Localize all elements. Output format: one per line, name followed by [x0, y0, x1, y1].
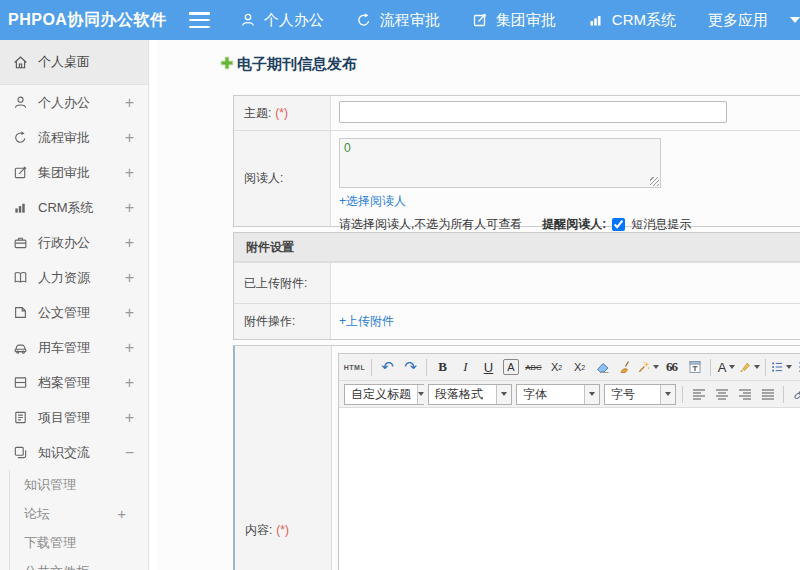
expand-mark[interactable]: +	[125, 199, 134, 217]
readers-cell: 0 +选择阅读人 请选择阅读人,不选为所有人可查看 提醒阅读人: 短消息提示	[331, 131, 800, 226]
expand-mark[interactable]: +	[125, 164, 134, 182]
chevron-down-icon	[790, 17, 800, 23]
nav-label: 个人办公	[264, 11, 324, 30]
sidebar-item-project-management[interactable]: 项目管理 +	[0, 400, 148, 435]
menu-icon[interactable]	[189, 12, 210, 28]
collapse-mark[interactable]: −	[125, 444, 134, 462]
sidebar-item-workflow-approval[interactable]: 流程审批 +	[0, 120, 148, 155]
custom-title-select[interactable]: 自定义标题	[344, 384, 424, 405]
sidebar-item-archive-management[interactable]: 档案管理 +	[0, 365, 148, 400]
expand-mark[interactable]: +	[125, 409, 134, 427]
open-book-icon	[13, 270, 28, 285]
paragraph-format-select[interactable]: 段落格式	[428, 384, 512, 405]
readers-textarea[interactable]: 0	[339, 138, 661, 188]
expand-mark[interactable]: +	[125, 269, 134, 287]
uploaded-attachments-label: 已上传附件:	[234, 263, 331, 303]
sidebar-item-knowledge-exchange[interactable]: 知识交流 −	[0, 435, 148, 470]
align-center-icon[interactable]	[711, 384, 732, 405]
superscript-button[interactable]: X2	[546, 357, 567, 378]
nav-personal-office[interactable]: 个人办公	[240, 11, 324, 30]
upload-attachment-link[interactable]: +上传附件	[339, 313, 394, 330]
sidebar-item-personal-desktop[interactable]: 个人桌面	[0, 40, 148, 85]
attachment-operation-row: 附件操作: +上传附件	[234, 303, 800, 339]
clean-format-broom-icon[interactable]	[615, 357, 636, 378]
align-right-icon[interactable]	[734, 384, 755, 405]
autotypeset-wand-icon[interactable]	[638, 357, 659, 378]
content-row: 内容: (*) HTML ↶ ↷ B	[235, 346, 800, 570]
chevron-down-icon	[501, 392, 507, 396]
nav-more-apps[interactable]: 更多应用	[708, 11, 800, 30]
required-mark: (*)	[276, 523, 289, 537]
sidebar-subitem-knowledge-management[interactable]: 知识管理	[10, 470, 148, 499]
sidebar-item-personal-office[interactable]: 个人办公 +	[0, 85, 148, 120]
subscript-button[interactable]: X2	[569, 357, 590, 378]
font-size-select[interactable]: 字号	[604, 384, 676, 405]
expand-mark[interactable]: +	[125, 129, 134, 147]
eraser-icon[interactable]	[592, 357, 613, 378]
sidebar-item-document-management[interactable]: 公文管理 +	[0, 295, 148, 330]
chevron-down-icon	[729, 365, 735, 369]
publish-form: 主题: (*) 阅读人: 0	[233, 95, 800, 570]
copy-pages-icon	[13, 445, 28, 460]
expand-mark[interactable]: +	[125, 304, 134, 322]
subject-input[interactable]	[339, 101, 727, 123]
expand-mark[interactable]: +	[125, 234, 134, 252]
sidebar-item-admin-office[interactable]: 行政办公 +	[0, 225, 148, 260]
strikethrough-button[interactable]: ABC	[523, 357, 544, 378]
redo-icon[interactable]: ↷	[400, 357, 421, 378]
sidebar-item-group-approval[interactable]: 集团审批 +	[0, 155, 148, 190]
font-style-button[interactable]: A	[503, 359, 519, 375]
chevron-down-icon	[786, 365, 792, 369]
expand-mark[interactable]: +	[117, 505, 126, 522]
undo-icon[interactable]: ↶	[377, 357, 398, 378]
align-justify-icon[interactable]	[757, 384, 778, 405]
paste-text-icon[interactable]	[684, 357, 705, 378]
highlight-color-icon[interactable]	[739, 357, 760, 378]
insert-link-icon[interactable]	[789, 384, 800, 405]
sms-notify-checkbox[interactable]	[612, 218, 625, 231]
rich-text-editor: HTML ↶ ↷ B I U A ABC X2	[338, 353, 800, 570]
html-source-button[interactable]: HTML	[343, 357, 366, 378]
font-color-button[interactable]: A	[716, 357, 737, 378]
page-title: 电子期刊信息发布	[237, 55, 357, 74]
chevron-down-icon	[754, 365, 760, 369]
edit-square-icon	[472, 12, 488, 28]
knowledge-submenu: 知识管理 论坛 + 下载管理 公共文件柜	[9, 470, 148, 570]
editor-content-area[interactable]	[339, 408, 800, 570]
underline-button[interactable]: U	[478, 357, 499, 378]
sidebar-subitem-public-file-cabinet[interactable]: 公共文件柜	[10, 557, 148, 570]
attachment-section-header: 附件设置	[234, 233, 800, 262]
user-icon	[240, 12, 256, 28]
italic-button[interactable]: I	[455, 357, 476, 378]
sidebar-item-vehicle-management[interactable]: 用车管理 +	[0, 330, 148, 365]
ordered-list-icon[interactable]	[771, 357, 792, 378]
nav-workflow-approval[interactable]: 流程审批	[356, 11, 440, 30]
bold-button[interactable]: B	[432, 357, 453, 378]
sidebar-scroll-strip	[150, 40, 157, 570]
nav-label: 更多应用	[708, 11, 768, 30]
expand-mark[interactable]: +	[125, 374, 134, 392]
editor-toolbar-row2: 自定义标题 段落格式 字体	[339, 381, 800, 408]
nav-group-approval[interactable]: 集团审批	[472, 11, 556, 30]
sidebar-item-crm-system[interactable]: CRM系统 +	[0, 190, 148, 225]
chevron-down-icon	[665, 392, 671, 396]
sidebar-item-label: 流程审批	[38, 129, 90, 147]
subject-row: 主题: (*)	[234, 96, 800, 130]
sidebar-subitem-forum[interactable]: 论坛 +	[10, 499, 148, 528]
sidebar-item-label: 论坛	[24, 505, 50, 523]
font-family-select[interactable]: 字体	[516, 384, 600, 405]
app-window: PHPOA协同办公软件 个人办公 流程审批 集团审批	[0, 0, 800, 570]
sidebar-item-label: 个人桌面	[38, 53, 90, 71]
sidebar-item-human-resources[interactable]: 人力资源 +	[0, 260, 148, 295]
expand-mark[interactable]: +	[125, 339, 134, 357]
align-left-icon[interactable]	[688, 384, 709, 405]
nav-crm-system[interactable]: CRM系统	[588, 11, 676, 30]
sidebar-item-label: 知识管理	[24, 476, 76, 494]
select-readers-link[interactable]: +选择阅读人	[339, 194, 406, 208]
unordered-list-icon[interactable]	[794, 357, 800, 378]
expand-mark[interactable]: +	[125, 94, 134, 112]
blockquote-button[interactable]: 66	[661, 357, 682, 378]
sidebar-subitem-download-management[interactable]: 下载管理	[10, 528, 148, 557]
home-icon	[13, 55, 28, 70]
sidebar-item-label: 公共文件柜	[24, 563, 89, 570]
